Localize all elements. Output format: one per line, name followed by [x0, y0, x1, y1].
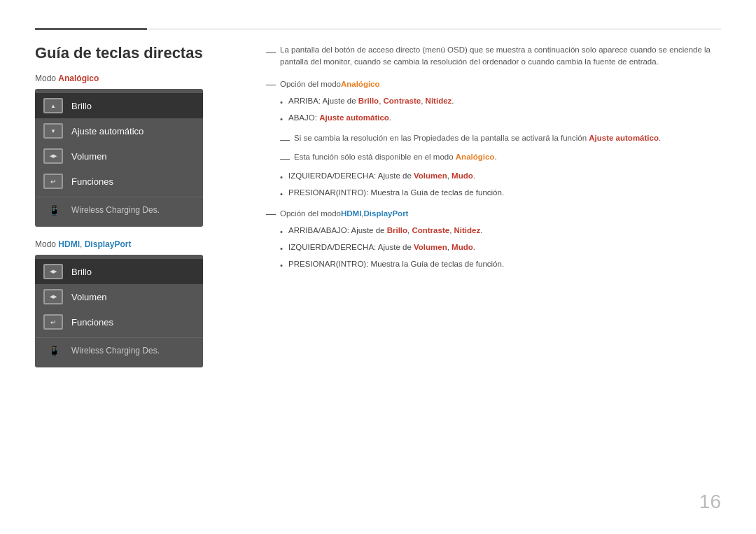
- menu-item-volumen-1[interactable]: Volumen: [35, 143, 203, 169]
- section2-dash: —: [266, 208, 276, 219]
- bullet-dot-7: •: [280, 260, 283, 272]
- menu-item-funciones-2-label: Funciones: [71, 317, 113, 328]
- mode1-label-prefix: Modo: [35, 73, 58, 83]
- volumen-highlight-1: Volumen: [414, 171, 447, 180]
- sub-note-2-text: Esta función sólo está disponible en el …: [294, 151, 497, 163]
- bullet-izq-der-1-text: IZQUIERDA/DERECHA: Ajuste de Volumen, Mu…: [288, 170, 475, 182]
- top-decorative-lines: [35, 28, 721, 30]
- section1-label-highlight: Analógico: [341, 80, 380, 88]
- mudo-highlight-1: Mudo: [451, 171, 473, 180]
- bullet-dot-5: •: [280, 226, 283, 238]
- arrow-down-icon: [43, 123, 63, 139]
- bullet-izq-der-1: • IZQUIERDA/DERECHA: Ajuste de Volumen, …: [280, 170, 721, 183]
- section1-header: — Opción del modo Analógico: [266, 78, 721, 90]
- bullet-presionar-1: • PRESIONAR(INTRO): Muestra la Guía de t…: [280, 187, 721, 200]
- bullet-dot-4: •: [280, 188, 283, 200]
- menu-item-volumen-2[interactable]: Volumen: [35, 284, 203, 309]
- bullet-presionar-2: • PRESIONAR(INTRO): Muestra la Guía de t…: [280, 258, 721, 272]
- bullet-arriba-text: ARRIBA: Ajuste de Brillo, Contraste, Nit…: [288, 95, 454, 107]
- page-container: Guía de teclas directas Modo Analógico B…: [0, 0, 756, 534]
- top-line-light: [147, 29, 721, 29]
- content-layout: Guía de teclas directas Modo Analógico B…: [35, 44, 721, 380]
- section2-hdmi-highlight: HDMI: [341, 209, 361, 218]
- ajuste-highlight: Ajuste automático: [319, 113, 389, 122]
- section1-dash: —: [266, 78, 276, 90]
- brillo-highlight-1: Brillo: [358, 97, 379, 105]
- contraste-highlight-1: Contraste: [384, 97, 421, 105]
- mudo-highlight-2: Mudo: [451, 243, 473, 251]
- mode1-label-highlight: Analógico: [58, 73, 99, 83]
- page-number: 16: [699, 491, 721, 513]
- page-title: Guía de teclas directas: [35, 44, 238, 62]
- arrow-enter-icon-1: [43, 174, 63, 189]
- section2-label-prefix: Opción del modo: [280, 209, 341, 218]
- ajuste-auto-highlight: Ajuste automático: [589, 134, 659, 142]
- menu-item-funciones-2[interactable]: Funciones: [35, 309, 203, 335]
- menu-item-volumen-1-label: Volumen: [71, 151, 107, 162]
- menu-item-ajuste-label: Ajuste automático: [71, 126, 144, 136]
- sub-dash-1: —: [280, 132, 290, 147]
- arrow-enter-icon-2: [43, 314, 63, 330]
- sub-note-1-text: Si se cambia la resolución en las Propie…: [294, 132, 661, 144]
- brillo-highlight-2: Brillo: [387, 226, 407, 234]
- section2-bullets: • ARRIBA/ABAJO: Ajuste de Brillo, Contra…: [280, 225, 721, 272]
- menu-item-brillo-2[interactable]: Brillo: [35, 259, 203, 284]
- section1-bullets: • ARRIBA: Ajuste de Brillo, Contraste, N…: [280, 95, 721, 126]
- analogico-highlight-2: Analógico: [456, 153, 495, 161]
- section2-dp-highlight: DisplayPort: [364, 209, 409, 218]
- sub-note-2: — Esta función sólo está disponible en e…: [280, 151, 721, 166]
- top-line-dark: [35, 28, 147, 30]
- wireless-icon-2: 📱: [43, 343, 64, 358]
- info-note: — La pantalla del botón de acceso direct…: [266, 44, 721, 69]
- bullet-izq-der-2-text: IZQUIERDA/DERECHA: Ajuste de Volumen, Mu…: [288, 241, 475, 253]
- mode2-menu-box: Brillo Volumen Funciones 📱 Wireless Char…: [35, 255, 203, 367]
- arrow-lr-icon-1: [43, 148, 63, 164]
- menu-item-funciones-1-label: Funciones: [71, 176, 113, 187]
- menu-item-funciones-1[interactable]: Funciones: [35, 169, 203, 194]
- arrow-lr-icon-2: [43, 264, 63, 279]
- volumen-highlight-2: Volumen: [414, 243, 447, 251]
- bullet-dot-3: •: [280, 171, 283, 183]
- menu-item-brillo-2-label: Brillo: [71, 267, 92, 277]
- bullet-presionar-2-text: PRESIONAR(INTRO): Muestra la Guía de tec…: [288, 258, 504, 270]
- mode2-label-dp: DisplayPort: [85, 239, 132, 249]
- mode1-menu-box: Brillo Ajuste automático Volumen Funcion…: [35, 89, 203, 227]
- wireless-label-1: Wireless Charging Des.: [71, 205, 160, 215]
- contraste-highlight-2: Contraste: [412, 226, 449, 234]
- mode2-label-hdmi: HDMI: [58, 239, 80, 249]
- bullet-izq-der-2: • IZQUIERDA/DERECHA: Ajuste de Volumen, …: [280, 241, 721, 255]
- nitidez-highlight-1: Nitidez: [426, 97, 452, 105]
- bullet-abajo-text: ABAJO: Ajuste automático.: [288, 112, 391, 124]
- menu-item-ajuste[interactable]: Ajuste automático: [35, 118, 203, 143]
- section1-label-prefix: Opción del modo: [280, 80, 341, 88]
- sub-dash-2: —: [280, 151, 290, 166]
- info-dash: —: [266, 45, 276, 59]
- wireless-label-2: Wireless Charging Des.: [71, 346, 160, 356]
- menu-item-wireless-1: 📱 Wireless Charging Des.: [35, 197, 203, 223]
- mode2-label: Modo HDMI, DisplayPort: [35, 239, 238, 249]
- wireless-icon-1: 📱: [43, 202, 64, 218]
- section1-bullets2: • IZQUIERDA/DERECHA: Ajuste de Volumen, …: [280, 170, 721, 201]
- right-column: — La pantalla del botón de acceso direct…: [252, 44, 721, 380]
- menu-item-volumen-2-label: Volumen: [71, 292, 107, 302]
- bullet-arriba-abajo-text: ARRIBA/ABAJO: Ajuste de Brillo, Contrast…: [288, 225, 482, 237]
- menu-item-brillo-1-label: Brillo: [71, 101, 92, 111]
- arrow-lr-icon-3: [43, 289, 63, 304]
- bullet-presionar-1-text: PRESIONAR(INTRO): Muestra la Guía de tec…: [288, 187, 504, 199]
- arrow-up-icon-1: [43, 98, 63, 113]
- section2-header: — Opción del modo HDMI, DisplayPort: [266, 208, 721, 219]
- bullet-dot-6: •: [280, 243, 283, 255]
- bullet-abajo: • ABAJO: Ajuste automático.: [280, 112, 721, 125]
- menu-item-brillo-1[interactable]: Brillo: [35, 93, 203, 118]
- left-column: Guía de teclas directas Modo Analógico B…: [35, 44, 252, 380]
- menu-item-wireless-2: 📱 Wireless Charging Des.: [35, 337, 203, 363]
- mode1-label: Modo Analógico: [35, 73, 238, 83]
- bullet-arriba-abajo: • ARRIBA/ABAJO: Ajuste de Brillo, Contra…: [280, 225, 721, 238]
- bullet-arriba: • ARRIBA: Ajuste de Brillo, Contraste, N…: [280, 95, 721, 108]
- mode2-label-sep: ,: [80, 239, 85, 249]
- mode2-label-prefix: Modo: [35, 239, 58, 249]
- info-note-text: La pantalla del botón de acceso directo …: [280, 44, 721, 69]
- nitidez-highlight-2: Nitidez: [454, 226, 481, 234]
- bullet-dot-2: •: [280, 113, 283, 125]
- sub-note-1: — Si se cambia la resolución en las Prop…: [280, 132, 721, 147]
